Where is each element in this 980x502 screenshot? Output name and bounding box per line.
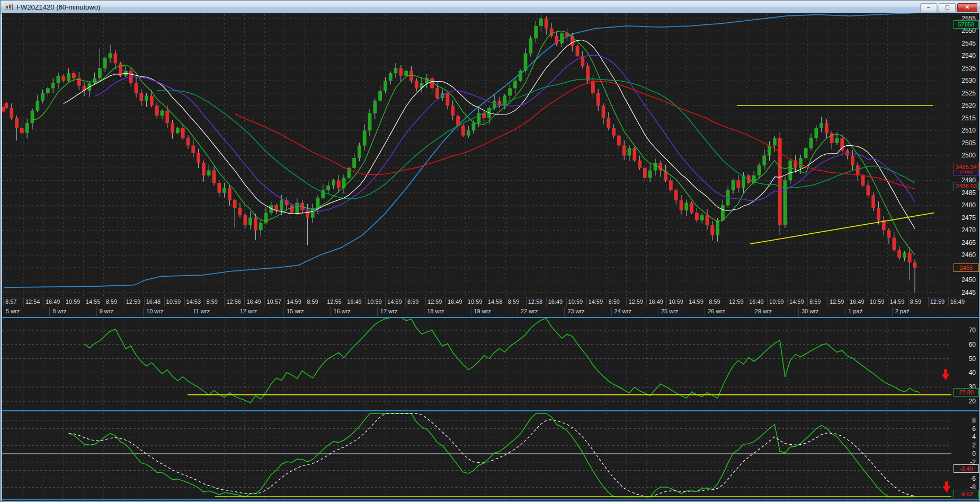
price-axis-label: 2535	[955, 65, 976, 72]
macd-scale-label: 0	[955, 450, 976, 457]
date-axis-label: 17 wrz	[380, 308, 397, 314]
window-controls: – ▢ ✕	[920, 3, 977, 12]
time-axis-label: 16:49	[448, 298, 462, 305]
time-axis-label: 10:59	[66, 298, 81, 305]
date-axis-label: 18 wrz	[427, 308, 444, 314]
badge-ma-red: 2495.34	[954, 163, 979, 171]
time-axis-label: 14:59	[387, 298, 402, 305]
badge-last-price: 2455	[954, 263, 979, 272]
rsi-scale-label: 50	[955, 355, 976, 363]
badge-open-interest: 57858	[954, 20, 979, 29]
time-tick	[3, 297, 4, 306]
minimize-button[interactable]: –	[920, 3, 937, 12]
time-axis-label: 10:59	[367, 298, 382, 305]
date-tick	[658, 307, 658, 316]
time-axis-label: 12:59	[628, 298, 643, 305]
time-tick	[787, 297, 788, 306]
price-axis-label: 2540	[955, 52, 976, 59]
time-tick	[405, 297, 406, 306]
time-tick	[868, 297, 868, 306]
time-tick	[486, 297, 486, 306]
macd-scale-label: 4	[955, 433, 976, 441]
minimize-icon: –	[927, 4, 930, 10]
maximize-button[interactable]: ▢	[939, 3, 956, 12]
time-axis-label: 16:49	[46, 298, 60, 305]
time-tick	[687, 297, 687, 306]
time-axis-label: 8:59	[207, 298, 218, 305]
time-axis-label: 16:49	[648, 298, 663, 305]
time-tick	[204, 297, 205, 306]
time-axis-label: 16:49	[850, 298, 865, 305]
date-axis-label: 8 wrz	[52, 308, 66, 314]
time-axis-label: 10:59	[870, 298, 885, 305]
date-axis-label: 30 wrz	[801, 308, 818, 314]
date-axis-label: 5 wrz	[6, 308, 20, 314]
price-axis-label: 2515	[955, 115, 976, 122]
price-axis-label: 2480	[955, 201, 976, 209]
time-axis-label: 8:59	[809, 298, 821, 305]
time-tick	[566, 297, 567, 306]
time-tick	[264, 297, 265, 306]
price-chart-canvas[interactable]	[2, 13, 979, 501]
date-tick	[283, 307, 284, 316]
time-tick	[365, 297, 366, 306]
time-tick	[284, 297, 285, 306]
date-tick	[190, 307, 190, 316]
date-tick	[798, 307, 799, 316]
time-axis-label: 16:49	[347, 298, 362, 305]
date-tick	[424, 307, 424, 316]
time-axis-label: 12:56	[226, 298, 241, 305]
time-tick	[646, 297, 647, 306]
axis-divider	[2, 297, 979, 297]
macd-scale-label: -6	[955, 475, 976, 482]
price-axis-label: 2445	[955, 289, 976, 296]
price-axis-label: 2460	[955, 251, 976, 259]
time-axis-label: 12:58	[528, 298, 543, 305]
time-tick	[767, 297, 768, 306]
date-tick	[377, 307, 378, 316]
panel-separator-rsi[interactable]	[2, 317, 979, 318]
time-axis-label: 8:59	[709, 298, 720, 305]
time-tick	[526, 297, 527, 306]
time-axis-label: 12:59	[930, 298, 945, 305]
date-axis-label: 10 wrz	[146, 308, 163, 314]
time-tick	[244, 297, 245, 306]
time-tick	[928, 297, 929, 306]
date-tick	[96, 307, 97, 316]
price-axis-label: 2525	[955, 90, 976, 97]
time-tick	[747, 297, 747, 306]
price-axis-label: 2545	[955, 40, 976, 47]
time-tick	[305, 297, 305, 306]
macd-scale-label: 8	[955, 417, 976, 424]
time-tick	[586, 297, 587, 306]
price-axis-label: 2470	[955, 226, 976, 234]
time-axis-label: 8:59	[307, 298, 318, 305]
time-tick	[707, 297, 707, 306]
time-tick	[164, 297, 165, 306]
time-axis-label: 8:57	[5, 298, 16, 305]
time-axis-label: 14:53	[186, 298, 201, 305]
badge-rsi-value: 27.80	[954, 388, 979, 397]
time-tick	[345, 297, 345, 306]
time-tick	[184, 297, 185, 306]
time-tick	[948, 297, 949, 306]
time-axis-label: 8:59	[508, 298, 519, 305]
rsi-sell-arrow-icon	[942, 369, 950, 380]
date-axis-label: 2 paź	[895, 308, 910, 314]
time-axis-label: 8:59	[106, 298, 117, 305]
macd-scale-label: 2	[955, 442, 976, 449]
date-tick	[845, 307, 845, 316]
time-tick	[124, 297, 124, 306]
time-tick	[23, 297, 24, 306]
time-tick	[888, 297, 888, 306]
date-tick	[892, 307, 893, 316]
close-button[interactable]: ✕	[957, 3, 977, 12]
title-bar[interactable]: FW20Z1420 (60-minutowo) – ▢ ✕	[1, 1, 980, 14]
time-axis-label: 8:59	[407, 298, 418, 305]
time-axis-label: 12:55	[327, 298, 342, 305]
date-axis-label: 23 wrz	[567, 308, 584, 314]
macd-scale-label: 6	[955, 425, 976, 433]
time-axis-label: 14:59	[890, 298, 905, 305]
badge-macd-value: -9.52	[954, 490, 979, 498]
panel-separator-macd[interactable]	[2, 410, 979, 411]
